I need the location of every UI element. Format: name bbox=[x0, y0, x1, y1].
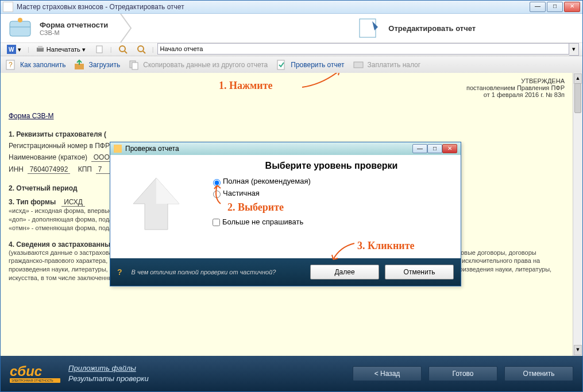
check-icon bbox=[276, 59, 287, 71]
form-type-value[interactable]: ИСХД bbox=[61, 198, 85, 207]
svg-point-8 bbox=[119, 46, 125, 52]
svg-text:?: ? bbox=[9, 61, 13, 69]
dialog-maximize-button[interactable]: □ bbox=[427, 144, 442, 153]
inn-label: ИНН bbox=[9, 165, 24, 173]
svg-rect-18 bbox=[354, 62, 363, 68]
svg-rect-5 bbox=[37, 48, 44, 52]
checkbox-dont-ask[interactable]: Больше не спрашивать bbox=[210, 218, 303, 226]
svg-rect-16 bbox=[132, 63, 138, 69]
check-report-button[interactable]: Проверить отчет bbox=[276, 59, 344, 71]
zoom-in-icon bbox=[118, 45, 128, 54]
svg-line-11 bbox=[143, 51, 145, 53]
reg-label: Регистрационный номер в ПФР bbox=[9, 142, 110, 150]
radio-partial[interactable]: Частичная bbox=[210, 189, 260, 197]
scroll-up-button[interactable]: ▲ bbox=[574, 73, 582, 84]
radio-full[interactable]: Полная (рекомендуемая) bbox=[210, 177, 311, 185]
zoom-out-icon bbox=[137, 45, 146, 54]
section-1-heading: 1. Реквизиты страхователя ( bbox=[9, 130, 565, 138]
maximize-button[interactable]: □ bbox=[547, 2, 563, 12]
new-button[interactable] bbox=[92, 44, 107, 55]
shortname-label: Наименование (краткое) bbox=[9, 153, 87, 161]
load-icon bbox=[74, 59, 85, 71]
svg-text:W: W bbox=[9, 46, 14, 53]
edit-report-icon bbox=[355, 17, 383, 40]
kpp-label: КПП bbox=[78, 165, 92, 173]
wizard-step1-subtitle: СЗВ-М bbox=[40, 29, 108, 36]
wizard-step2-title: Отредактировать отчет bbox=[388, 24, 476, 33]
hint-icon: ? bbox=[117, 267, 122, 277]
form-title: Форма СЗВ-М bbox=[9, 112, 565, 120]
scroll-down-button[interactable]: ▼ bbox=[574, 345, 582, 355]
attach-files-link[interactable]: Приложить файлы bbox=[68, 363, 346, 374]
svg-rect-6 bbox=[38, 46, 43, 48]
scroll-thumb[interactable] bbox=[574, 83, 581, 113]
sbis-logo: сбисЭЛЕКТРОННАЯ ОТЧЕТНОСТЬ bbox=[10, 362, 61, 385]
section-combo[interactable] bbox=[157, 43, 569, 55]
format-toolbar: W▾ | Напечатать▾ | | ▾ bbox=[1, 43, 582, 56]
word-icon: W bbox=[7, 45, 16, 54]
ready-button[interactable]: Готово bbox=[428, 366, 497, 381]
svg-point-1 bbox=[18, 18, 22, 22]
minimize-button[interactable]: — bbox=[530, 2, 546, 12]
zoom-in-button[interactable] bbox=[115, 44, 130, 55]
svg-rect-2 bbox=[360, 19, 376, 37]
svg-rect-7 bbox=[96, 46, 102, 53]
dialog-image bbox=[110, 155, 202, 258]
approval-block: УТВЕРЖДЕНА постановлением Правления ПФР … bbox=[466, 77, 565, 98]
word-export-button[interactable]: W▾ bbox=[4, 44, 24, 55]
check-dialog: Проверка отчета — □ ✕ Выберите уровень п… bbox=[110, 142, 461, 286]
dialog-heading: Выберите уровень проверки bbox=[210, 161, 453, 171]
svg-rect-17 bbox=[277, 60, 284, 69]
copy-icon bbox=[128, 59, 140, 71]
app-icon bbox=[3, 2, 13, 12]
wizard-arrow-icon bbox=[119, 14, 137, 42]
svg-line-9 bbox=[125, 51, 127, 53]
load-button[interactable]: Загрузить bbox=[74, 59, 120, 71]
section-3-heading: 3. Тип формы bbox=[9, 198, 56, 206]
new-icon bbox=[95, 45, 104, 54]
svg-text:ЭЛЕКТРОННАЯ ОТЧЕТНОСТЬ: ЭЛЕКТРОННАЯ ОТЧЕТНОСТЬ bbox=[11, 379, 53, 382]
copy-button[interactable]: Скопировать данные из другого отчета bbox=[128, 59, 268, 71]
cancel-button[interactable]: Отменить bbox=[504, 366, 573, 381]
section-combo-dropdown[interactable]: ▾ bbox=[569, 43, 579, 56]
dialog-close-button[interactable]: ✕ bbox=[442, 144, 457, 153]
vertical-scrollbar[interactable]: ▲ ▼ bbox=[573, 73, 582, 356]
dialog-hint[interactable]: В чем отличия полной проверки от частичн… bbox=[132, 269, 304, 275]
footer: сбисЭЛЕКТРОННАЯ ОТЧЕТНОСТЬ Приложить фай… bbox=[1, 356, 582, 391]
wizard-header: Форма отчетности СЗВ-М Отредактировать о… bbox=[1, 14, 582, 43]
dialog-minimize-button[interactable]: — bbox=[412, 144, 427, 153]
svg-rect-0 bbox=[10, 21, 30, 36]
close-button[interactable]: ✕ bbox=[564, 2, 580, 12]
back-button[interactable]: < Назад bbox=[353, 366, 422, 381]
pay-icon bbox=[353, 59, 364, 71]
check-results-link[interactable]: Результаты проверки bbox=[68, 374, 346, 384]
svg-marker-20 bbox=[156, 178, 179, 204]
action-toolbar: ?Как заполнить Загрузить Скопировать дан… bbox=[1, 56, 582, 74]
dialog-cancel-button[interactable]: Отменить bbox=[385, 265, 454, 280]
window-title: Мастер страховых взносов - Отредактирова… bbox=[17, 3, 530, 11]
form-icon bbox=[6, 17, 34, 40]
print-label: Напечатать bbox=[47, 46, 80, 53]
howto-button[interactable]: ?Как заполнить bbox=[5, 59, 65, 71]
dialog-next-button[interactable]: Далее bbox=[310, 265, 379, 280]
dialog-title: Проверка отчета bbox=[125, 145, 412, 153]
print-icon bbox=[36, 45, 45, 54]
zoom-out-button[interactable] bbox=[134, 44, 149, 55]
annotation-2: 2. Выберите bbox=[227, 201, 470, 214]
svg-text:сбис: сбис bbox=[10, 363, 42, 379]
annotation-1: 1. Нажмите bbox=[219, 80, 273, 92]
inn-value[interactable]: 7604074992 bbox=[28, 165, 71, 174]
pay-tax-button[interactable]: Заплатить налог bbox=[353, 59, 421, 71]
dialog-icon bbox=[114, 145, 122, 153]
svg-point-10 bbox=[138, 46, 144, 52]
window-titlebar: Мастер страховых взносов - Отредактирова… bbox=[1, 1, 582, 14]
help-icon: ? bbox=[5, 59, 17, 71]
print-button[interactable]: Напечатать▾ bbox=[33, 44, 88, 55]
wizard-step1-title: Форма отчетности bbox=[40, 21, 108, 29]
